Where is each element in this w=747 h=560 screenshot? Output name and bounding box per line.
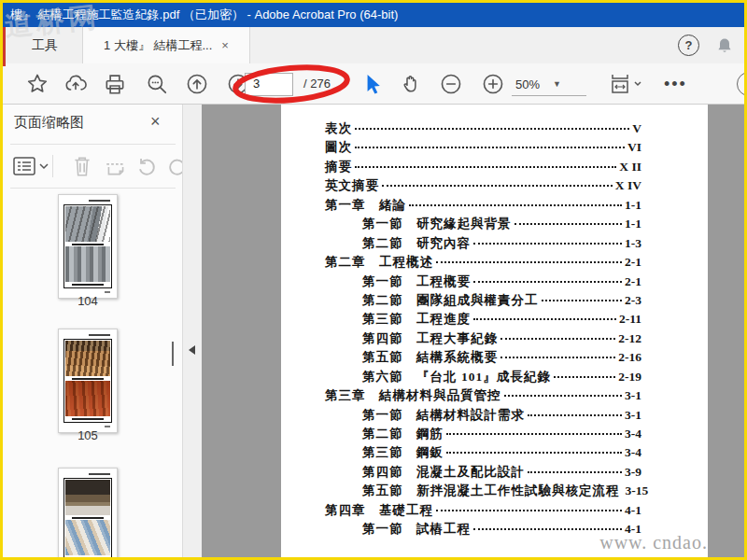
toc-entry: 第四章 基礎工程4-1 xyxy=(325,502,641,521)
construction-photo xyxy=(65,246,110,282)
help-icon[interactable]: ? xyxy=(678,35,699,56)
toc-leader-dots xyxy=(355,147,625,148)
toc-entry-title: 第四章 基礎工程 xyxy=(325,502,433,519)
pdf-page: 表次V圖次VI摘要X II英文摘要X IV第一章 緒論1-1第一節 研究緣起與背… xyxy=(281,105,708,557)
photo-caption xyxy=(72,557,104,558)
toc-leader-dots xyxy=(542,300,623,301)
panel-header: 页面缩略图 × xyxy=(3,105,182,144)
toc-entry-title: 第六節 『台北 101』成長紀錄 xyxy=(362,369,551,385)
thumbnail-page-clipped[interactable] xyxy=(58,468,118,557)
more-tools-icon[interactable]: ••• xyxy=(664,75,687,94)
thumbnail-options-icon[interactable] xyxy=(12,154,49,178)
page-total-label: / 276 xyxy=(303,77,331,91)
thumbnail-page-105[interactable] xyxy=(58,329,118,433)
toc-leader-dots xyxy=(355,166,616,168)
divider xyxy=(10,144,176,145)
search-icon[interactable] xyxy=(145,72,169,96)
toc-entry: 第六節 『台北 101』成長紀錄2-19 xyxy=(325,369,641,387)
page-number-input[interactable]: 3 xyxy=(245,73,293,96)
panel-scrollbar[interactable] xyxy=(172,342,174,366)
toc-entry: 第三章 結構材料與品質管控3-1 xyxy=(325,387,641,406)
panel-collapse-gutter[interactable] xyxy=(183,105,202,557)
zoom-out-icon[interactable] xyxy=(439,72,463,96)
clipped-toolbar-icon[interactable] xyxy=(737,72,747,96)
toc-leader-dots xyxy=(504,395,623,397)
zoom-level-value: 50% xyxy=(515,77,540,91)
toc-entry-title: 第一節 研究緣起與背景 xyxy=(362,216,512,232)
toc-entry-page: V xyxy=(632,121,641,136)
page-thumbnails-panel: 页面缩略图 × xyxy=(3,105,183,557)
toc-leader-dots xyxy=(436,261,622,263)
toc-leader-dots xyxy=(500,357,615,358)
toc-leader-dots xyxy=(446,433,622,435)
collapse-arrow-icon xyxy=(189,345,195,355)
toc-entry-page: 1-3 xyxy=(625,236,641,251)
thumbnail-page-104[interactable] xyxy=(58,194,118,299)
toc-entry: 第一節 工程概要2-1 xyxy=(325,273,641,292)
photo-caption xyxy=(72,418,104,420)
toc-entry: 第一節 研究緣起與背景1-1 xyxy=(325,216,641,234)
toc-entry-title: 第三章 結構材料與品質管控 xyxy=(325,387,501,404)
toc-entry: 第五節 結構系統概要2-16 xyxy=(325,349,641,368)
toc-leader-dots xyxy=(409,204,622,206)
toc-entry-page: 1-1 xyxy=(625,198,641,213)
toc-entry-title: 第二節 團隊組成與權責分工 xyxy=(362,292,539,309)
toc-entry-page: 2-19 xyxy=(618,370,641,385)
print-icon[interactable] xyxy=(103,72,127,96)
thumbnail-label[interactable]: 105 xyxy=(58,428,118,442)
toc-entry-page: 3-15 xyxy=(626,483,649,498)
fit-width-icon[interactable] xyxy=(607,72,644,96)
zoom-in-icon[interactable] xyxy=(481,72,505,96)
select-tool-icon[interactable] xyxy=(360,72,385,96)
tab-document[interactable]: 1 大樓』 結構工程... × xyxy=(82,27,250,63)
toc-entry-title: 第二章 工程概述 xyxy=(325,254,433,271)
thumbnail-label[interactable]: 104 xyxy=(58,294,118,308)
construction-photo xyxy=(65,206,110,242)
toc-entry-page: 3-4 xyxy=(625,445,641,460)
toc-entry-page: VI xyxy=(627,140,641,155)
toc-entry-title: 第二節 研究內容 xyxy=(362,235,471,252)
toc-leader-dots xyxy=(446,452,622,454)
notification-bell-icon[interactable] xyxy=(713,35,736,57)
photo-frame xyxy=(63,204,112,288)
toc-entry: 表次V xyxy=(325,120,641,139)
rotate-right-icon[interactable] xyxy=(165,154,183,178)
thumb-caption xyxy=(89,473,110,475)
tab-close-icon[interactable]: × xyxy=(221,38,229,52)
toc-entry-title: 第一節 試樁工程 xyxy=(362,521,471,538)
construction-photo xyxy=(65,341,110,376)
zoom-level-control[interactable]: 50% ▼ xyxy=(512,73,586,96)
favorites-star-icon[interactable] xyxy=(25,72,49,96)
photo-caption xyxy=(72,517,104,519)
toc-entry-title: 第四節 混凝土及配比設計 xyxy=(362,464,525,481)
tab-document-label: 1 大樓』 結構工程... xyxy=(104,37,212,54)
toc-entry-title: 表次 xyxy=(325,120,352,137)
toc-leader-dots xyxy=(473,318,616,320)
toc-leader-dots xyxy=(473,281,622,283)
hand-tool-icon[interactable] xyxy=(399,72,423,96)
tab-tools[interactable]: 工具 xyxy=(7,27,82,63)
main-toolbar: 3 / 276 50% ▼ ••• xyxy=(3,63,744,105)
toc-leader-dots xyxy=(528,414,622,416)
previous-page-icon[interactable] xyxy=(185,72,209,96)
photo-caption xyxy=(72,378,104,380)
toc-entry-page: 3-9 xyxy=(625,465,641,480)
toc-entry-title: 第三節 鋼鈑 xyxy=(362,444,444,461)
document-pane: 表次V圖次VI摘要X II英文摘要X IV第一章 緒論1-1第一節 研究緣起與背… xyxy=(202,105,744,557)
panel-close-icon[interactable]: × xyxy=(150,112,161,132)
toc-entry: 第二節 團隊組成與權責分工2-3 xyxy=(325,292,641,311)
rotate-left-icon[interactable] xyxy=(134,154,159,178)
toc-entry-page: X IV xyxy=(615,178,641,193)
share-cloud-upload-icon[interactable] xyxy=(63,72,88,96)
window-title: 樓』 結構工程施工監造紀錄.pdf （已加密） - Adobe Acrobat … xyxy=(10,7,398,21)
thumb-caption xyxy=(89,200,110,202)
delete-page-icon[interactable] xyxy=(70,154,94,178)
photo-caption xyxy=(72,244,104,245)
divider xyxy=(10,188,176,189)
tab-tools-label: 工具 xyxy=(32,37,58,54)
toc-entry-page: 2-12 xyxy=(618,331,641,346)
panel-toolbar xyxy=(3,146,182,187)
extract-page-icon[interactable] xyxy=(104,154,128,178)
toc-entry: 第一節 結構材料設計需求3-1 xyxy=(325,407,641,426)
thumb-caption xyxy=(89,334,110,336)
